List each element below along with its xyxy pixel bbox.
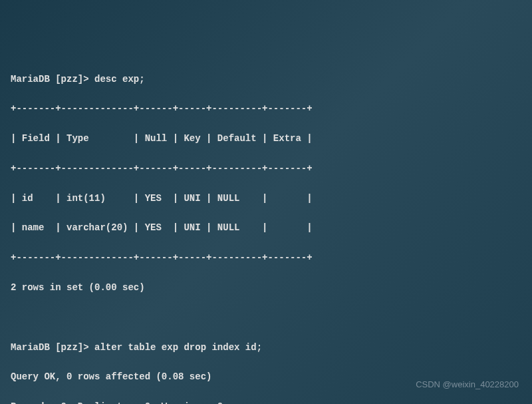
watermark: CSDN @weixin_40228200 — [416, 378, 519, 392]
table-header: | Field | Type | Null | Key | Default | … — [11, 131, 521, 146]
result-summary: 2 rows in set (0.00 sec) — [11, 280, 521, 295]
prompt-line-1: MariaDB [pzz]> desc exp; — [11, 72, 521, 87]
blank-line — [11, 310, 521, 325]
table-row: | name | varchar(20) | YES | UNI | NULL … — [11, 220, 521, 235]
table-border: +-------+-------------+------+-----+----… — [11, 161, 521, 176]
records-line: Records: 0 Duplicates: 0 Warnings: 0 — [11, 399, 521, 404]
prompt: MariaDB [pzz]> — [11, 342, 89, 353]
table-row: | id | int(11) | YES | UNI | NULL | | — [11, 191, 521, 206]
table-border: +-------+-------------+------+-----+----… — [11, 250, 521, 265]
command-1: desc exp; — [94, 74, 145, 85]
prompt-line-2: MariaDB [pzz]> alter table exp drop inde… — [11, 340, 521, 355]
table-border: +-------+-------------+------+-----+----… — [11, 101, 521, 116]
prompt: MariaDB [pzz]> — [11, 74, 89, 85]
command-2: alter table exp drop index id; — [94, 342, 262, 353]
